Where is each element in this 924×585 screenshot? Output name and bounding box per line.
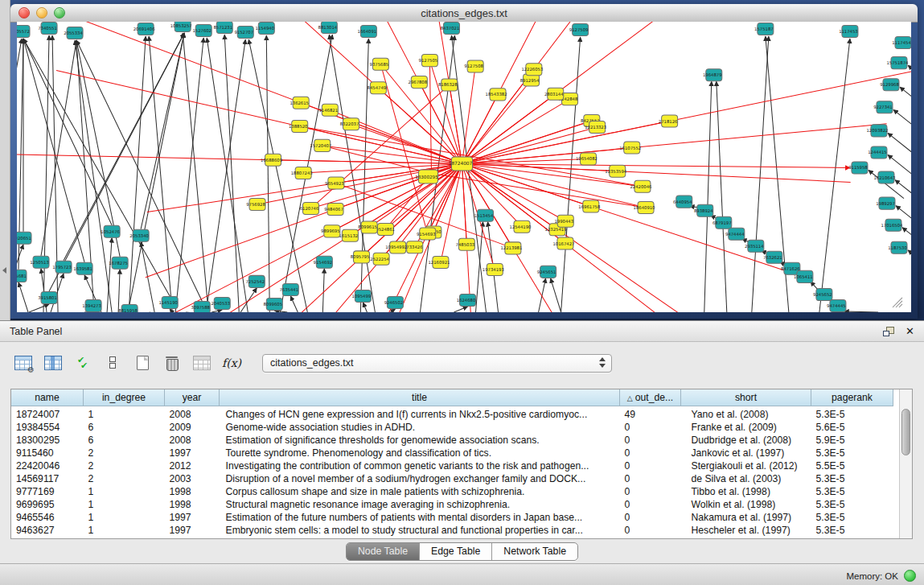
cell-out_degree[interactable]: 0	[620, 447, 681, 459]
col-header-out-degree[interactable]: △out_de...	[620, 389, 681, 406]
cell-name[interactable]: 18300295	[11, 434, 84, 447]
cell-in_degree[interactable]: 2	[84, 459, 165, 472]
cell-out_degree[interactable]: 0	[620, 459, 681, 472]
cell-in_degree[interactable]: 1	[84, 511, 165, 524]
new-table-button[interactable]	[132, 352, 153, 373]
import-table-button[interactable]	[191, 352, 212, 373]
cell-short[interactable]: Tibbo et al. (1998)	[681, 485, 811, 498]
cell-short[interactable]: Stergiakouli et al. (2012)	[681, 459, 811, 472]
cell-name[interactable]: 9699695	[11, 498, 84, 511]
cell-title[interactable]: Embryonic stem cells: a model to study s…	[220, 524, 620, 537]
cell-in_degree[interactable]: 1	[84, 498, 165, 511]
cell-year[interactable]: 2012	[165, 459, 220, 472]
cell-out_degree[interactable]: 0	[620, 524, 681, 537]
cell-out_degree[interactable]: 0	[620, 498, 681, 511]
cell-pagerank[interactable]: 5.6E-5	[811, 421, 893, 434]
cell-in_degree[interactable]: 2	[84, 472, 165, 485]
network-window[interactable]: citations_edges.txt 24055727340551205533…	[10, 4, 918, 319]
cell-short[interactable]: Dudbridge et al. (2008)	[681, 434, 811, 447]
scrollbar-thumb[interactable]	[901, 409, 910, 455]
network-canvas[interactable]: 2405572734055120553342069140610853257152…	[17, 22, 911, 312]
table-row[interactable]: 1830029562008Estimation of significance …	[11, 434, 893, 447]
cell-short[interactable]: Wolkin et al. (1998)	[681, 498, 811, 511]
cell-year[interactable]: 2008	[165, 434, 220, 447]
table-row[interactable]: 2242004622012Investigating the contribut…	[11, 459, 893, 472]
col-header-name[interactable]: name	[11, 389, 84, 406]
cell-pagerank[interactable]: 5.5E-5	[811, 459, 893, 472]
window-titlebar[interactable]: citations_edges.txt	[10, 4, 918, 23]
cell-name[interactable]: 19384554	[11, 421, 84, 434]
cell-out_degree[interactable]: 49	[620, 406, 681, 422]
cell-title[interactable]: Genome-wide association studies in ADHD.	[220, 421, 620, 434]
cell-in_degree[interactable]: 1	[84, 485, 165, 498]
cell-pagerank[interactable]: 5.3E-5	[811, 447, 893, 459]
cell-pagerank[interactable]: 5.3E-5	[811, 498, 893, 511]
cell-pagerank[interactable]: 5.3E-5	[811, 406, 893, 422]
cell-name[interactable]: 18724007	[11, 406, 84, 422]
cell-out_degree[interactable]: 0	[620, 485, 681, 498]
cell-pagerank[interactable]: 5.9E-5	[811, 434, 893, 447]
table-row[interactable]: 946554611997Estimation of the future num…	[11, 511, 893, 524]
table-row[interactable]: 1872400712008Changes of HCN gene express…	[11, 406, 893, 422]
tab-network-table[interactable]: Network Table	[491, 543, 577, 560]
table-row[interactable]: 1456911722003Disruption of a novel membe…	[11, 472, 893, 485]
cell-in_degree[interactable]: 6	[84, 421, 165, 434]
table-row[interactable]: 911546021997Tourette syndrome. Phenomeno…	[11, 447, 893, 459]
tab-node-table[interactable]: Node Table	[347, 543, 419, 560]
table-row[interactable]: 969969511998Structural magnetic resonanc…	[11, 498, 893, 511]
delete-table-button[interactable]	[162, 352, 183, 373]
cell-in_degree[interactable]: 1	[84, 524, 165, 537]
table-gear-button[interactable]	[13, 352, 34, 373]
cell-short[interactable]: Yano et al. (2008)	[681, 406, 811, 422]
cell-in_degree[interactable]: 2	[84, 447, 165, 459]
tab-edge-table[interactable]: Edge Table	[419, 543, 491, 560]
cell-title[interactable]: Structural magnetic resonance image aver…	[220, 498, 620, 511]
cell-year[interactable]: 1997	[165, 447, 220, 459]
table-row[interactable]: 946362711997Embryonic stem cells: a mode…	[11, 524, 893, 537]
cell-year[interactable]: 1997	[165, 524, 220, 537]
cell-pagerank[interactable]: 5.3E-5	[811, 511, 893, 524]
col-header-short[interactable]: short	[681, 389, 811, 406]
cell-year[interactable]: 2008	[165, 406, 220, 422]
cell-title[interactable]: Disruption of a novel member of a sodium…	[220, 472, 620, 485]
cell-short[interactable]: Jankovic et al. (1997)	[681, 447, 811, 459]
cell-name[interactable]: 14569117	[11, 472, 84, 485]
select-all-button[interactable]	[72, 352, 93, 373]
cell-name[interactable]: 9465546	[11, 511, 84, 524]
network-view[interactable]: 2405572734055120553342069140610853257152…	[17, 22, 911, 312]
control-panel-collapsed-strip[interactable]	[0, 0, 10, 320]
cell-out_degree[interactable]: 0	[620, 434, 681, 447]
vertical-scrollbar[interactable]	[899, 389, 912, 538]
col-header-in-degree[interactable]: in_degree	[84, 389, 165, 406]
cell-short[interactable]: de Silva et al. (2003)	[681, 472, 811, 485]
clear-selection-button[interactable]	[102, 352, 123, 373]
cell-year[interactable]: 2003	[165, 472, 220, 485]
cell-name[interactable]: 9463627	[11, 524, 84, 537]
cell-short[interactable]: Franke et al. (2009)	[681, 421, 811, 434]
cell-name[interactable]: 9777169	[11, 485, 84, 498]
cell-short[interactable]: Nakamura et al. (1997)	[681, 511, 811, 524]
cell-in_degree[interactable]: 1	[84, 406, 165, 422]
column-visibility-button[interactable]	[43, 352, 64, 373]
table-source-select[interactable]: citations_edges.txt	[262, 354, 612, 373]
cell-pagerank[interactable]: 5.3E-5	[811, 485, 893, 498]
cell-out_degree[interactable]: 0	[620, 421, 681, 434]
col-header-pagerank[interactable]: pagerank	[811, 389, 893, 406]
cell-title[interactable]: Estimation of the future numbers of pati…	[220, 511, 620, 524]
cell-year[interactable]: 1998	[165, 485, 220, 498]
cell-year[interactable]: 1998	[165, 498, 220, 511]
function-builder-button[interactable]: f(x)	[221, 352, 242, 373]
cell-year[interactable]: 2009	[165, 421, 220, 434]
cell-in_degree[interactable]: 6	[84, 434, 165, 447]
close-panel-icon[interactable]: ✕	[906, 327, 914, 336]
cell-title[interactable]: Corpus callosum shape and size in male p…	[220, 485, 620, 498]
table-row[interactable]: 1938455462009Genome-wide association stu…	[11, 421, 893, 434]
cell-short[interactable]: Hescheler et al. (1997)	[681, 524, 811, 537]
cell-out_degree[interactable]: 0	[620, 511, 681, 524]
cell-pagerank[interactable]: 5.3E-5	[811, 472, 893, 485]
col-header-title[interactable]: title	[220, 389, 620, 406]
cell-title[interactable]: Changes of HCN gene expression and I(f) …	[220, 406, 620, 422]
table-row[interactable]: 977716911998Corpus callosum shape and si…	[11, 485, 893, 498]
cell-year[interactable]: 1997	[165, 511, 220, 524]
cell-title[interactable]: Investigating the contribution of common…	[220, 459, 620, 472]
